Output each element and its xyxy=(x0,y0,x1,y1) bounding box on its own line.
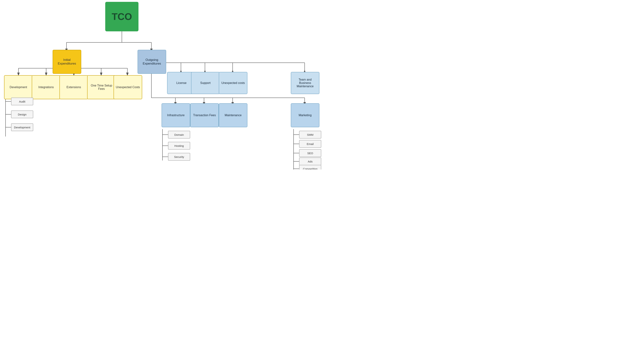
development-node: Development xyxy=(4,75,33,99)
marketing-node: Marketing xyxy=(291,103,320,127)
ads-leaf: Ads xyxy=(299,158,321,165)
seo-leaf: SEO xyxy=(299,149,321,157)
tco-node: TCO xyxy=(105,2,138,31)
unexpected-costs-left-node: Unexpected Costs xyxy=(114,75,142,99)
support-node: Support xyxy=(191,72,220,94)
domain-leaf: Domain xyxy=(168,131,190,138)
initial-expenditures-node: Initial Expenditures xyxy=(52,50,81,74)
transaction-fees-node: Transaction Fees xyxy=(190,103,219,127)
integrations-node: Integrations xyxy=(32,75,60,99)
team-business-node: Team and Business Maintenance xyxy=(291,72,320,94)
infrastructure-node: Infrastructure xyxy=(162,103,190,127)
one-time-setup-fees-node: One Time Setup Fees xyxy=(87,75,116,99)
design-leaf: Design xyxy=(11,110,33,118)
hosting-leaf: Hosting xyxy=(168,142,190,150)
development-leaf: Development xyxy=(11,123,33,131)
security-leaf: Security xyxy=(168,153,190,161)
unexpected-costs-right-node: Unexpected costs xyxy=(219,72,248,94)
outgoing-expenditures-node: Outgoing Expenditures xyxy=(138,50,166,74)
maintenance-node: Maintenance xyxy=(219,103,248,127)
diagram: TCO Initial Expenditures Outgoing Expend… xyxy=(0,0,322,169)
copywriting-leaf: Copywriting xyxy=(299,165,321,169)
smm-leaf: SMM xyxy=(299,131,321,138)
extensions-node: Extensions xyxy=(60,75,88,99)
email-leaf: Email xyxy=(299,140,321,148)
audit-leaf: Audit xyxy=(11,98,33,105)
